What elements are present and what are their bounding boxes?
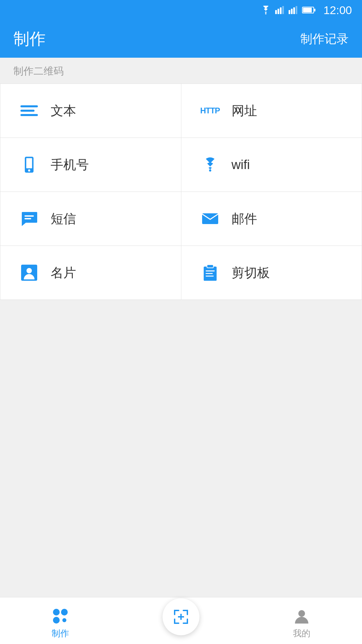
status-bar: 12:00 [0, 0, 362, 20]
svg-rect-2 [278, 9, 279, 14]
grid-item-clipboard[interactable]: 剪切板 [181, 246, 362, 300]
phone-label: 手机号 [51, 156, 89, 173]
svg-rect-4 [282, 6, 284, 14]
nav-item-scan[interactable] [121, 600, 241, 642]
text-icon [17, 99, 41, 123]
action-history-button[interactable]: 制作记录 [300, 31, 349, 47]
svg-rect-24 [205, 273, 213, 274]
svg-rect-13 [26, 158, 32, 168]
mine-icon [293, 607, 310, 625]
main-content: 制作二维码 文本 HTTP 网址 [0, 58, 362, 597]
wifi-icon [198, 153, 222, 177]
svg-rect-25 [205, 276, 214, 277]
battery-icon [302, 6, 316, 14]
http-icon: HTTP [198, 99, 222, 123]
svg-rect-10 [303, 8, 312, 12]
sms-label: 短信 [51, 210, 76, 227]
make-icon [52, 607, 69, 625]
scan-icon [171, 607, 191, 627]
scan-button[interactable] [163, 598, 199, 635]
svg-point-26 [53, 609, 60, 615]
svg-point-27 [61, 609, 68, 615]
svg-rect-7 [293, 7, 295, 14]
svg-rect-17 [24, 218, 31, 219]
bottom-nav: 制作 我的 [0, 597, 362, 644]
svg-rect-22 [207, 265, 213, 268]
mine-nav-label: 我的 [293, 628, 310, 639]
svg-rect-3 [280, 7, 282, 14]
svg-rect-1 [275, 10, 277, 14]
svg-rect-5 [289, 10, 290, 14]
mail-icon [198, 207, 222, 231]
grid-item-contact[interactable]: 名片 [0, 246, 181, 300]
signal-icon-1 [275, 6, 285, 14]
nav-item-make[interactable]: 制作 [0, 602, 121, 639]
make-nav-label: 制作 [52, 628, 69, 639]
app-bar: 制作 制作记录 [0, 20, 362, 58]
section-label: 制作二维码 [0, 58, 362, 84]
mail-label: 邮件 [232, 210, 257, 227]
grid-item-url[interactable]: HTTP 网址 [181, 84, 362, 138]
svg-rect-18 [202, 213, 218, 224]
text-label: 文本 [51, 102, 76, 119]
grid-item-mail[interactable]: 邮件 [181, 192, 362, 246]
clipboard-icon [198, 261, 222, 285]
wifi-label: wifi [232, 158, 250, 172]
nav-item-mine[interactable]: 我的 [241, 602, 362, 639]
svg-point-32 [298, 610, 305, 617]
svg-rect-23 [205, 270, 215, 271]
status-time: 12:00 [323, 4, 352, 17]
svg-rect-8 [296, 6, 297, 14]
grid-item-sms[interactable]: 短信 [0, 192, 181, 246]
svg-point-20 [26, 268, 32, 273]
grid-item-text[interactable]: 文本 [0, 84, 181, 138]
svg-point-15 [209, 169, 211, 171]
sms-icon [17, 207, 41, 231]
svg-point-0 [265, 13, 266, 14]
grid-item-wifi[interactable]: wifi [181, 138, 362, 192]
contact-label: 名片 [51, 264, 76, 281]
empty-area [0, 300, 362, 597]
phone-icon [17, 153, 41, 177]
svg-rect-16 [24, 215, 34, 217]
status-icons: 12:00 [260, 4, 352, 17]
app-title: 制作 [13, 28, 46, 50]
qr-type-grid: 文本 HTTP 网址 手机号 [0, 84, 362, 300]
grid-item-phone[interactable]: 手机号 [0, 138, 181, 192]
svg-point-28 [53, 617, 60, 624]
clipboard-label: 剪切板 [232, 264, 270, 281]
signal-icon-2 [289, 6, 298, 14]
svg-rect-6 [291, 9, 293, 14]
url-label: 网址 [232, 102, 257, 119]
contact-icon [17, 261, 41, 285]
svg-rect-11 [314, 9, 315, 11]
svg-point-14 [28, 169, 31, 172]
wifi-status-icon [260, 6, 271, 14]
